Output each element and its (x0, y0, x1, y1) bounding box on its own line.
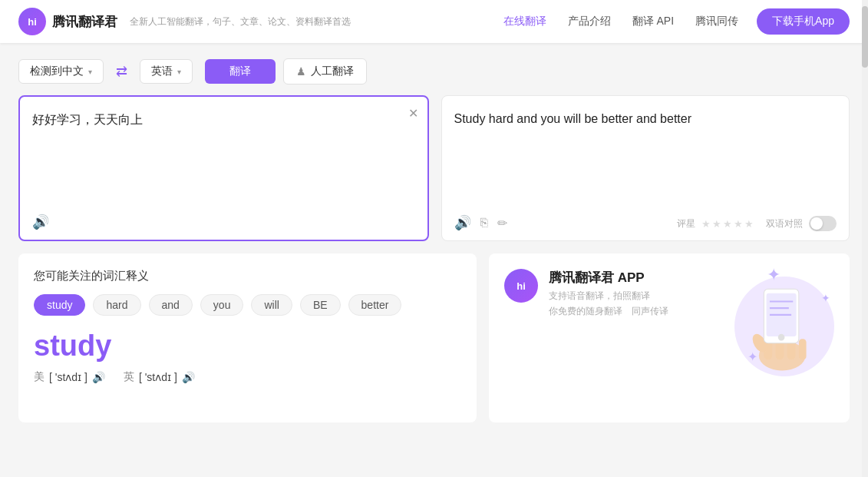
input-speaker-icon[interactable]: 🔊 (32, 214, 49, 230)
app-tagline: 你免费的随身翻译 同声传译 (549, 305, 668, 318)
source-lang-arrow: ▾ (88, 68, 92, 76)
pronunciation-row: 美 [ 'stʌdɪ ] 🔊 英 [ 'stʌdɪ ] 🔊 (34, 370, 461, 384)
app-promo-section: hi 腾讯翻译君 APP 支持语音翻译，拍照翻译 你免费的随身翻译 同声传译 ✦… (489, 253, 850, 422)
app-name: 腾讯翻译君 APP (549, 269, 668, 287)
uk-speaker-icon[interactable]: 🔊 (182, 371, 195, 383)
logo-text: 腾讯翻译君 (52, 13, 117, 31)
app-features: 支持语音翻译，拍照翻译 (549, 290, 668, 303)
main-content: 检测到中文 ▾ ⇄ 英语 ▾ 翻译 ♟ 人工翻译 好好学习，天天向上 ✕ 🔊 S… (0, 43, 868, 422)
input-box: 好好学习，天天向上 ✕ 🔊 (18, 95, 429, 241)
app-illustration: ✦ ✦ ✦ (711, 261, 834, 392)
vocab-tag-hard[interactable]: hard (93, 294, 140, 316)
target-lang-label: 英语 (151, 65, 173, 78)
translate-button[interactable]: 翻译 (205, 59, 276, 84)
star-5[interactable]: ★ (744, 218, 754, 230)
download-app-button[interactable]: 下载手机App (757, 8, 850, 35)
input-footer: 🔊 (32, 214, 49, 230)
star-rating[interactable]: ★ ★ ★ ★ ★ (701, 218, 754, 230)
output-edit-icon[interactable]: ✏ (497, 216, 507, 230)
scrollbar[interactable] (862, 0, 868, 477)
human-translate-button[interactable]: ♟ 人工翻译 (283, 58, 367, 84)
vocab-tag-will[interactable]: will (251, 294, 292, 316)
us-label: 美 (34, 370, 45, 384)
star-2[interactable]: ★ (712, 218, 721, 230)
star-3[interactable]: ★ (723, 218, 732, 230)
bilingual-toggle[interactable] (809, 216, 837, 231)
rating-area: 评星 ★ ★ ★ ★ ★ 双语对照 (677, 216, 837, 231)
output-speaker-icon[interactable]: 🔊 (454, 214, 471, 231)
us-speaker-icon[interactable]: 🔊 (92, 371, 105, 383)
uk-label: 英 (124, 370, 134, 384)
input-text[interactable]: 好好学习，天天向上 (32, 109, 415, 131)
svg-point-11 (778, 334, 785, 341)
target-lang-select[interactable]: 英语 ▾ (140, 59, 193, 84)
uk-phonetic: [ 'stʌdɪ ] (139, 371, 177, 383)
bottom-section: 您可能关注的词汇释义 study hard and you will BE be… (18, 253, 850, 422)
target-lang-arrow: ▾ (177, 68, 181, 76)
logo-slogan: 全新人工智能翻译，句子、文章、论文、资料翻译首选 (130, 15, 351, 28)
swap-languages-button[interactable]: ⇄ (104, 63, 140, 80)
human-translate-label: 人工翻译 (311, 65, 354, 78)
us-phonetic: [ 'stʌdɪ ] (49, 371, 87, 383)
translation-area: 好好学习，天天向上 ✕ 🔊 Study hard and you will be… (18, 95, 850, 241)
source-lang-label: 检测到中文 (30, 65, 84, 78)
app-logo: hi (504, 269, 538, 303)
uk-pronunciation: 英 [ 'stʌdɪ ] 🔊 (124, 370, 195, 384)
logo-icon: hi (18, 8, 46, 35)
output-copy-icon[interactable]: ⎘ (480, 216, 488, 230)
vocab-tags: study hard and you will BE better (34, 294, 461, 316)
svg-rect-4 (799, 339, 807, 359)
vocab-tag-better[interactable]: better (348, 294, 402, 316)
header: hi 腾讯翻译君 全新人工智能翻译，句子、文章、论文、资料翻译首选 在线翻译 产… (0, 0, 868, 43)
logo-area: hi 腾讯翻译君 (18, 8, 117, 35)
bilingual-label: 双语对照 (766, 217, 803, 230)
vocab-title: 您可能关注的词汇释义 (34, 269, 461, 283)
output-box: Study hard and you will be better and be… (441, 95, 850, 241)
toggle-thumb (810, 217, 823, 230)
clear-input-button[interactable]: ✕ (408, 106, 418, 121)
scrollbar-thumb[interactable] (862, 6, 868, 68)
word-title: study (34, 330, 461, 363)
nav-simultaneous[interactable]: 腾讯同传 (695, 15, 738, 28)
rating-label: 评星 (677, 217, 695, 230)
nav-product-intro[interactable]: 产品介绍 (568, 15, 611, 28)
source-lang-select[interactable]: 检测到中文 ▾ (18, 59, 104, 84)
vocab-tag-and[interactable]: and (149, 294, 193, 316)
header-nav: 在线翻译 产品介绍 翻译 API 腾讯同传 (503, 15, 738, 28)
vocab-section: 您可能关注的词汇释义 study hard and you will BE be… (18, 253, 477, 422)
vocab-tag-you[interactable]: you (200, 294, 244, 316)
vocab-tag-study[interactable]: study (34, 294, 85, 316)
app-info: 腾讯翻译君 APP 支持语音翻译，拍照翻译 你免费的随身翻译 同声传译 (549, 269, 668, 318)
star-4[interactable]: ★ (734, 218, 743, 230)
star-1[interactable]: ★ (701, 218, 711, 230)
phone-hand-illustration (734, 277, 827, 376)
us-pronunciation: 美 [ 'stʌdɪ ] 🔊 (34, 370, 105, 384)
nav-api[interactable]: 翻译 API (632, 15, 674, 28)
lang-bar: 检测到中文 ▾ ⇄ 英语 ▾ 翻译 ♟ 人工翻译 (18, 58, 850, 84)
output-text: Study hard and you will be better and be… (454, 108, 837, 131)
output-footer: 🔊 ⎘ ✏ (454, 214, 507, 231)
human-translate-icon: ♟ (296, 65, 306, 78)
nav-online-translate[interactable]: 在线翻译 (503, 15, 546, 28)
vocab-tag-be[interactable]: BE (300, 294, 341, 316)
